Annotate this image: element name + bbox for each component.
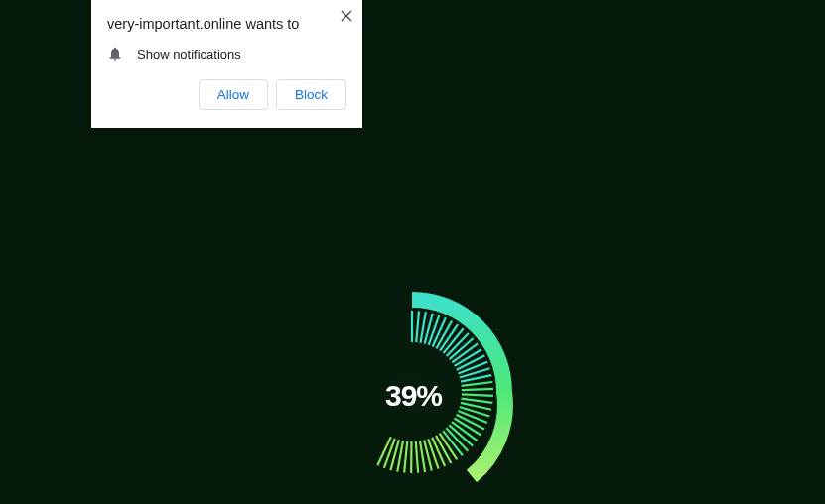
- svg-line-20: [462, 399, 493, 403]
- svg-line-19: [462, 394, 493, 396]
- close-button[interactable]: [339, 8, 354, 24]
- permission-text: Show notifications: [137, 47, 241, 62]
- svg-line-18: [462, 389, 493, 390]
- loader-percent: 39%: [385, 379, 442, 413]
- permission-row: Show notifications: [107, 46, 346, 62]
- svg-line-38: [404, 441, 407, 473]
- close-icon: [341, 10, 352, 22]
- svg-line-17: [462, 382, 493, 386]
- popup-title: very-important.online wants to: [107, 16, 346, 32]
- loader: 39%: [308, 288, 516, 496]
- button-row: Allow Block: [107, 79, 346, 110]
- svg-line-36: [416, 441, 418, 473]
- svg-line-35: [420, 441, 425, 472]
- svg-line-42: [377, 437, 391, 465]
- block-button[interactable]: Block: [276, 79, 346, 110]
- bell-icon: [107, 46, 123, 62]
- svg-line-1: [416, 311, 419, 342]
- allow-button[interactable]: Allow: [199, 79, 268, 110]
- notification-permission-popup: very-important.online wants to Show noti…: [91, 0, 362, 128]
